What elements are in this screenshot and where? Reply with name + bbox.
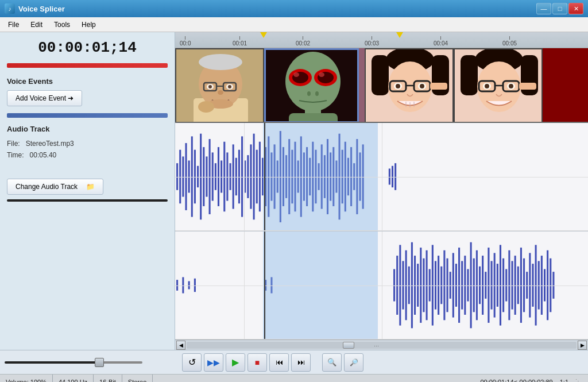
svg-rect-50 [519, 83, 536, 90]
woman1-image [366, 49, 454, 123]
add-voice-event-button[interactable]: Add Voice Event ➜ [7, 90, 82, 106]
minimize-button[interactable]: — [536, 3, 551, 14]
maximize-button[interactable]: □ [552, 3, 567, 14]
loop-button[interactable]: ↺ [182, 353, 202, 372]
audio-track-label: Audio Track [7, 125, 168, 133]
waveform-channel-1[interactable] [175, 123, 588, 231]
svg-point-11 [218, 90, 223, 95]
audio-time-label: Time: [7, 151, 24, 159]
ruler-mark-4: 00:04 [434, 36, 448, 47]
svg-rect-34 [430, 83, 447, 90]
zoom-out-icon: 🔍 [327, 358, 336, 366]
play-button[interactable]: ▶ [226, 353, 245, 372]
title-bar-left: ♪ Voice Splicer [5, 3, 65, 14]
svg-point-24 [307, 91, 311, 96]
scroll-thumb[interactable] [343, 342, 354, 349]
resize-grip-icon[interactable]: ⋱ [575, 378, 583, 383]
zoom-in-icon: 🔎 [350, 358, 358, 366]
svg-point-38 [420, 84, 424, 88]
title-bar-controls: — □ ✕ [536, 3, 583, 14]
svg-rect-17 [289, 113, 338, 123]
voice-event-progress-bar [7, 63, 168, 68]
svg-point-53 [485, 84, 489, 88]
next-button[interactable]: ⏭ [291, 353, 311, 372]
woman2-image [455, 49, 543, 123]
play-pause-button[interactable]: ▶▶ [204, 353, 223, 372]
volume-slider[interactable] [5, 361, 142, 364]
video-thumb-4 [454, 48, 543, 123]
status-channels: Stereo [122, 375, 153, 382]
transport-buttons: ↺ ▶▶ ▶ ■ ⏮ ⏭ 🔍 🔎 [182, 353, 363, 372]
svg-point-13 [198, 101, 214, 113]
audio-info: File: StereoTest.mp3 Time: 00:05.40 [7, 138, 168, 161]
audio-file-value: StereoTest.mp3 [26, 140, 74, 148]
center-line-2 [175, 285, 588, 286]
timecode-display: 00:00:01;14 [7, 39, 168, 56]
channels-label: Stereo [128, 379, 146, 383]
audio-file-label: File: [7, 140, 20, 148]
sample-rate-label: 44,100 Hz [59, 379, 87, 383]
folder-icon: 📁 [86, 183, 95, 191]
svg-point-25 [315, 91, 319, 96]
audio-time-value: 00:05.40 [30, 151, 57, 159]
volume-thumb[interactable] [95, 358, 104, 367]
timeline-out-marker[interactable] [396, 32, 403, 38]
right-panel: 00:0 00:01 00:02 00:03 00:04 00:05 [175, 32, 588, 350]
transport-left [5, 361, 180, 364]
volume-label: Volume: 100% [6, 379, 47, 383]
menu-bar: File Edit Tools Help [0, 17, 588, 32]
audio-track-progress-bar [7, 113, 168, 118]
svg-point-22 [293, 72, 299, 77]
bit-depth-label: 16-Bit [99, 379, 116, 383]
menu-file[interactable]: File [2, 19, 25, 30]
timecode-range-label: 00:00:01;14<-00:00:02;89 [480, 379, 552, 383]
status-bar: Volume: 100% 44,100 Hz 16-Bit Stereo 00:… [0, 374, 588, 382]
stop-button[interactable]: ■ [247, 353, 267, 372]
audio-area[interactable] [175, 123, 588, 339]
close-button[interactable]: ✕ [568, 3, 583, 14]
voice-events-label: Voice Events [7, 77, 168, 86]
waveform-channel-2[interactable] [175, 231, 588, 339]
title-bar: ♪ Voice Splicer — □ ✕ [0, 0, 588, 17]
change-audio-track-button[interactable]: Change Audio Track 📁 [7, 179, 103, 195]
status-volume: Volume: 100% [0, 375, 53, 382]
timeline-scrollbar[interactable]: ◀ ⋯ ▶ [175, 339, 588, 350]
loop-icon: ↺ [188, 357, 196, 368]
playhead-2 [264, 231, 265, 339]
svg-rect-28 [372, 55, 389, 95]
scroll-position-dots: ⋯ [374, 344, 379, 349]
video-thumb-2 [264, 48, 359, 123]
scroll-track[interactable]: ⋯ [187, 342, 577, 349]
video-thumb-3 [365, 48, 454, 123]
zoom-in-button[interactable]: 🔎 [344, 353, 363, 372]
menu-edit[interactable]: Edit [25, 19, 48, 30]
ruler-mark-0: 00:0 [180, 36, 191, 47]
alien-image [266, 50, 359, 123]
svg-point-23 [319, 72, 324, 77]
svg-point-10 [228, 85, 231, 88]
play-pause-icon: ▶▶ [207, 358, 220, 367]
next-icon: ⏭ [297, 358, 305, 366]
menu-help[interactable]: Help [76, 19, 102, 30]
stop-icon: ■ [255, 358, 260, 367]
app-title: Voice Splicer [18, 5, 65, 13]
svg-point-54 [509, 84, 513, 88]
ruler-mark-5: 00:05 [502, 36, 517, 47]
ruler-mark-1: 00:01 [233, 36, 247, 47]
add-voice-event-label: Add Voice Event ➜ [16, 94, 74, 102]
timeline-ruler: 00:0 00:01 00:02 00:03 00:04 00:05 [175, 32, 588, 48]
menu-tools[interactable]: Tools [48, 19, 76, 30]
transport-bar: ↺ ▶▶ ▶ ■ ⏮ ⏭ 🔍 🔎 [0, 350, 588, 374]
timeline-in-marker[interactable] [260, 32, 267, 38]
svg-point-9 [208, 85, 212, 88]
status-bit-depth: 16-Bit [94, 375, 122, 382]
video-thumb-1 [175, 48, 264, 123]
prev-button[interactable]: ⏮ [269, 353, 289, 372]
svg-point-37 [396, 84, 400, 88]
scroll-left-arrow[interactable]: ◀ [176, 341, 185, 350]
zoom-out-button[interactable]: 🔍 [322, 353, 342, 372]
zoom-level-label: 1:1 [560, 379, 568, 383]
status-right: 00:00:01;14<-00:00:02;89 1:1 ⋱ [475, 378, 588, 383]
scroll-right-arrow[interactable]: ▶ [578, 341, 587, 350]
prev-icon: ⏮ [276, 358, 283, 366]
